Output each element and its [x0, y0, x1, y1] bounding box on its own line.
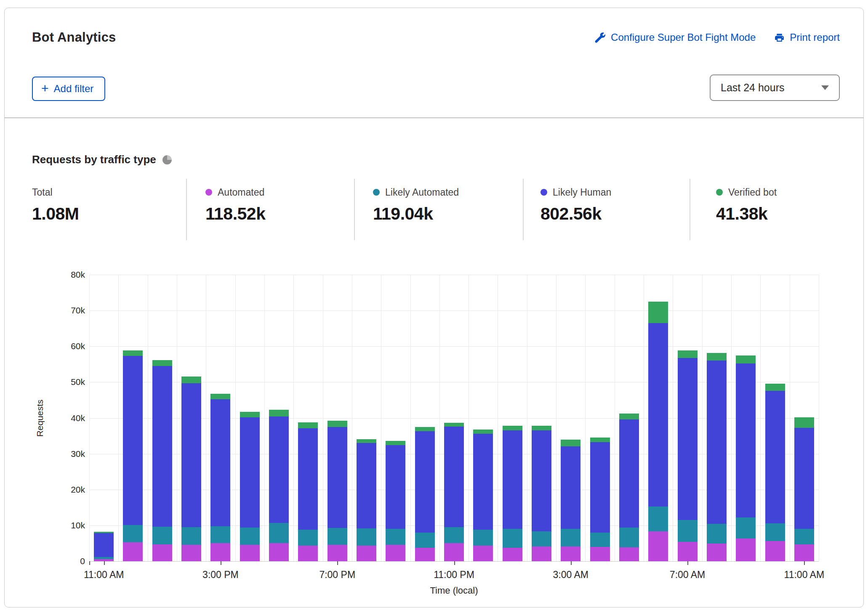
segment-automated [240, 545, 260, 561]
stacked-bar-19[interactable] [648, 302, 668, 561]
segment-likely-human [765, 391, 785, 523]
analytics-card: Bot Analytics Configure Super Bot Fight … [4, 8, 864, 607]
segment-likely-human [327, 427, 347, 528]
segment-likely-automated [327, 528, 347, 545]
gridline [293, 275, 294, 561]
segment-likely-human [415, 431, 435, 533]
stat-label: Verified bot [728, 187, 777, 198]
gridline [235, 275, 236, 561]
segment-automated [181, 545, 201, 561]
segment-likely-automated [590, 533, 610, 547]
gridline [760, 275, 761, 561]
segment-likely-human [210, 399, 230, 526]
y-axis-tick-label: 50k [32, 377, 85, 387]
stacked-bar-11[interactable] [415, 427, 435, 561]
y-axis-tick-label: 80k [32, 270, 85, 280]
segment-automated [532, 546, 551, 561]
stacked-bar-16[interactable] [561, 440, 580, 561]
stacked-bar-8[interactable] [327, 421, 347, 561]
gridline [731, 275, 732, 561]
segment-likely-automated [269, 523, 289, 543]
gridline [469, 275, 469, 561]
stat-automated[interactable]: Automated118.52k [205, 186, 265, 224]
segment-likely-automated [240, 528, 260, 545]
segment-verified-bot [794, 417, 814, 428]
header-actions: Configure Super Bot Fight Mode Print rep… [595, 32, 840, 43]
segment-automated [444, 543, 464, 561]
gridline [381, 275, 381, 561]
segment-likely-human [794, 428, 814, 529]
stacked-bar-21[interactable] [707, 353, 727, 561]
segment-likely-human [503, 430, 522, 528]
stat-label: Likely Automated [385, 187, 459, 198]
x-axis-tick [571, 561, 572, 565]
stacked-bar-17[interactable] [590, 438, 610, 561]
segment-automated [298, 546, 318, 561]
stacked-bar-2[interactable] [152, 360, 172, 561]
stacked-bar-4[interactable] [210, 394, 230, 561]
stacked-bar-1[interactable] [123, 350, 143, 561]
stat-label: Total [32, 187, 53, 198]
stacked-bar-13[interactable] [473, 430, 493, 561]
segment-likely-human [152, 366, 172, 527]
stacked-bar-24[interactable] [794, 417, 814, 561]
stacked-bar-6[interactable] [269, 410, 289, 561]
stacked-bar-20[interactable] [678, 350, 698, 561]
segment-automated [678, 542, 698, 561]
segment-automated [794, 544, 814, 561]
gridline [673, 275, 673, 561]
segment-likely-human [648, 323, 668, 507]
gridline [527, 275, 527, 561]
segment-verified-bot [532, 426, 551, 430]
stacked-bar-18[interactable] [619, 414, 639, 561]
segment-verified-bot [561, 440, 580, 446]
segment-likely-human [678, 358, 698, 520]
gridline [206, 275, 206, 561]
segment-verified-bot [444, 423, 464, 427]
stat-divider [354, 179, 355, 240]
segment-automated [561, 546, 580, 561]
gridline [498, 275, 498, 561]
stat-likely-automated[interactable]: Likely Automated119.04k [373, 186, 459, 224]
segment-likely-automated [765, 523, 785, 541]
segment-automated [269, 543, 289, 561]
stacked-bar-22[interactable] [736, 355, 756, 561]
segment-likely-human [181, 383, 201, 527]
gridline [89, 346, 819, 347]
gridline [585, 275, 586, 561]
gridline [118, 275, 119, 561]
time-range-select[interactable]: Last 24 hours [710, 74, 840, 101]
configure-super-bot-fight-mode-link[interactable]: Configure Super Bot Fight Mode [595, 32, 756, 43]
stat-verified-bot[interactable]: Verified bot41.38k [716, 186, 777, 224]
segment-likely-human [269, 416, 289, 523]
stat-total[interactable]: Total1.08M [32, 186, 79, 224]
segment-likely-automated [357, 528, 376, 546]
section-title: Requests by traffic type [32, 153, 172, 166]
stacked-bar-23[interactable] [765, 384, 785, 561]
stacked-bar-9[interactable] [357, 439, 376, 561]
wrench-icon [595, 32, 606, 43]
segment-likely-human [736, 363, 756, 517]
y-axis-tick-label: 10k [32, 520, 85, 530]
stacked-bar-10[interactable] [386, 441, 405, 561]
segment-likely-automated [444, 527, 464, 543]
x-axis-title: Time (local) [412, 585, 496, 596]
stacked-bar-14[interactable] [503, 426, 522, 561]
stacked-bar-5[interactable] [240, 412, 260, 561]
x-axis-tick [337, 561, 338, 565]
segment-verified-bot [415, 427, 435, 431]
stacked-bar-12[interactable] [444, 423, 464, 561]
gridline [148, 275, 148, 561]
stat-value: 119.04k [373, 204, 459, 224]
x-axis-tick [804, 561, 805, 565]
stacked-bar-7[interactable] [298, 422, 318, 561]
stacked-bar-3[interactable] [181, 377, 201, 561]
stat-likely-human[interactable]: Likely Human802.56k [541, 186, 611, 224]
segment-likely-human [240, 417, 260, 528]
print-report-link[interactable]: Print report [774, 32, 840, 43]
stacked-bar-15[interactable] [532, 426, 551, 561]
gridline [323, 275, 323, 561]
add-filter-button[interactable]: + Add filter [32, 77, 105, 101]
legend-dot [541, 189, 547, 196]
stacked-bar-0[interactable] [94, 532, 114, 561]
